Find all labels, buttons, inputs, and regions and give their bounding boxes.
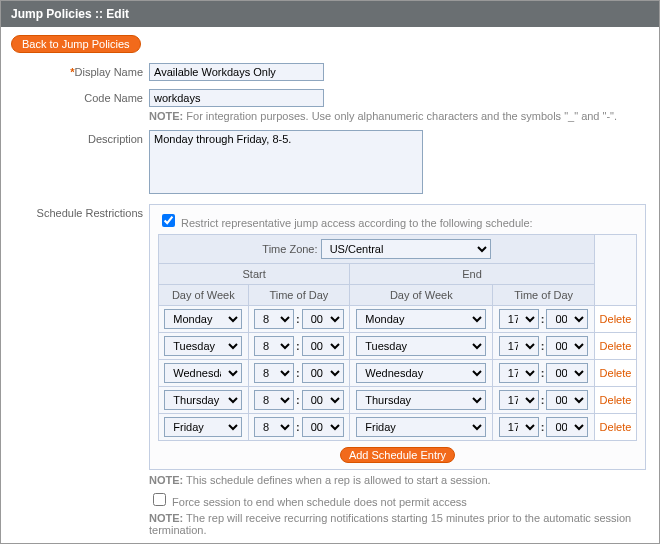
start-day-select[interactable]: Friday	[164, 417, 242, 437]
force-end-label: Force session to end when schedule does …	[172, 496, 467, 508]
start-minute-select[interactable]: 00	[302, 309, 344, 329]
delete-row-link[interactable]: Delete	[600, 313, 632, 325]
force-end-checkbox[interactable]	[153, 493, 166, 506]
start-hour-select[interactable]: 8	[254, 336, 294, 356]
delete-row-link[interactable]: Delete	[600, 340, 632, 352]
force-end-note: NOTE: The rep will receive recurring not…	[149, 512, 646, 536]
end-day-select[interactable]: Monday	[356, 309, 486, 329]
schedule-table: Time Zone: US/Central Start End	[158, 234, 637, 441]
start-header: Start	[159, 264, 350, 285]
restrict-checkbox-row[interactable]: Restrict representative jump access acco…	[158, 217, 533, 229]
schedule-box: Restrict representative jump access acco…	[149, 204, 646, 470]
start-minute-select[interactable]: 00	[302, 363, 344, 383]
page-title: Jump Policies :: Edit	[11, 7, 129, 21]
code-name-input[interactable]	[149, 89, 324, 107]
schedule-note: NOTE: This schedule defines when a rep i…	[149, 474, 646, 486]
start-day-select[interactable]: Wednesday	[164, 363, 242, 383]
schedule-restrictions-label: Schedule Restrictions	[37, 207, 143, 219]
end-day-header: Day of Week	[350, 285, 493, 306]
add-schedule-entry-button[interactable]: Add Schedule Entry	[340, 447, 455, 463]
end-day-select[interactable]: Friday	[356, 417, 486, 437]
start-minute-select[interactable]: 00	[302, 390, 344, 410]
end-minute-select[interactable]: 00	[546, 390, 588, 410]
display-name-input[interactable]	[149, 63, 324, 81]
delete-col-header	[594, 235, 636, 306]
back-button[interactable]: Back to Jump Policies	[11, 35, 141, 53]
end-day-select[interactable]: Wednesday	[356, 363, 486, 383]
code-name-label: Code Name	[84, 92, 143, 104]
start-day-select[interactable]: Monday	[164, 309, 242, 329]
end-hour-select[interactable]: 17	[499, 336, 539, 356]
schedule-row: Wednesday8:00Wednesday17:00Delete	[159, 360, 637, 387]
end-day-select[interactable]: Tuesday	[356, 336, 486, 356]
description-input[interactable]: Monday through Friday, 8-5.	[149, 130, 423, 194]
start-hour-select[interactable]: 8	[254, 363, 294, 383]
delete-row-link[interactable]: Delete	[600, 421, 632, 433]
end-day-select[interactable]: Thursday	[356, 390, 486, 410]
end-hour-select[interactable]: 17	[499, 390, 539, 410]
code-name-note: NOTE: For integration purposes. Use only…	[149, 110, 646, 122]
page-header: Jump Policies :: Edit	[1, 1, 659, 27]
delete-row-link[interactable]: Delete	[600, 367, 632, 379]
display-name-label: Display Name	[75, 66, 143, 78]
start-day-select[interactable]: Thursday	[164, 390, 242, 410]
start-hour-select[interactable]: 8	[254, 309, 294, 329]
schedule-row: Tuesday8:00Tuesday17:00Delete	[159, 333, 637, 360]
delete-row-link[interactable]: Delete	[600, 394, 632, 406]
end-minute-select[interactable]: 00	[546, 309, 588, 329]
end-minute-select[interactable]: 00	[546, 363, 588, 383]
start-minute-select[interactable]: 00	[302, 417, 344, 437]
end-header: End	[350, 264, 595, 285]
end-minute-select[interactable]: 00	[546, 417, 588, 437]
schedule-row: Monday8:00Monday17:00Delete	[159, 306, 637, 333]
start-hour-select[interactable]: 8	[254, 390, 294, 410]
end-minute-select[interactable]: 00	[546, 336, 588, 356]
restrict-checkbox-label: Restrict representative jump access acco…	[181, 217, 533, 229]
start-day-header: Day of Week	[159, 285, 249, 306]
restrict-checkbox[interactable]	[162, 214, 175, 227]
timezone-select[interactable]: US/Central	[321, 239, 491, 259]
schedule-row: Thursday8:00Thursday17:00Delete	[159, 387, 637, 414]
end-hour-select[interactable]: 17	[499, 309, 539, 329]
start-time-header: Time of Day	[248, 285, 350, 306]
start-minute-select[interactable]: 00	[302, 336, 344, 356]
end-hour-select[interactable]: 17	[499, 363, 539, 383]
timezone-label: Time Zone	[262, 243, 314, 255]
force-end-row[interactable]: Force session to end when schedule does …	[149, 490, 646, 509]
schedule-row: Friday8:00Friday17:00Delete	[159, 414, 637, 441]
start-day-select[interactable]: Tuesday	[164, 336, 242, 356]
end-hour-select[interactable]: 17	[499, 417, 539, 437]
start-hour-select[interactable]: 8	[254, 417, 294, 437]
end-time-header: Time of Day	[493, 285, 595, 306]
description-label: Description	[88, 133, 143, 145]
timezone-header: Time Zone: US/Central	[159, 235, 595, 264]
